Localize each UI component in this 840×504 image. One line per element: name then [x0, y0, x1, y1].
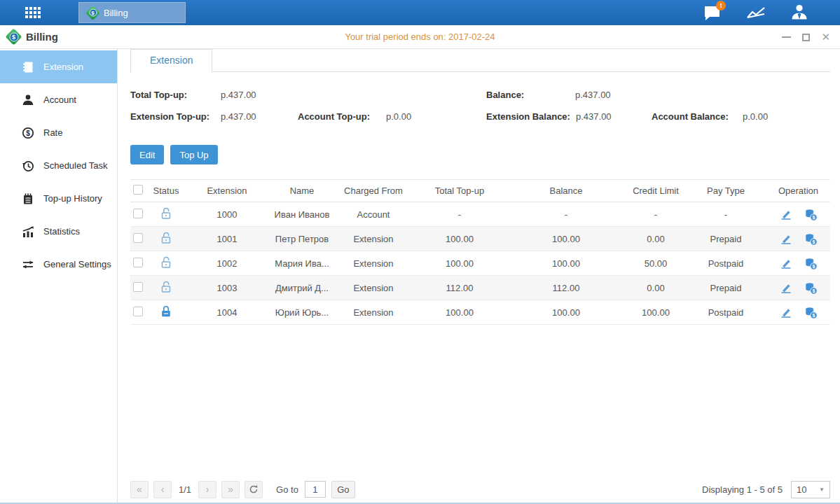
edit-row-icon[interactable] — [780, 208, 792, 220]
tab-strip: Extension — [130, 49, 830, 72]
maximize-button[interactable] — [802, 34, 810, 41]
sidebar: Extension Account $ Rate — [0, 49, 118, 504]
topbar-icon-group: ! — [703, 0, 809, 25]
cell-extension: 1001 — [184, 234, 270, 244]
close-button[interactable]: ✕ — [821, 32, 830, 43]
cell-charged-from: Extension — [333, 283, 413, 293]
sidebar-item-scheduled-task[interactable]: Scheduled Task — [0, 149, 117, 182]
cell-extension: 1000 — [184, 209, 270, 220]
sidebar-item-label: Rate — [43, 127, 62, 138]
cell-total-topup: - — [413, 209, 506, 220]
sidebar-item-label: General Settings — [43, 259, 111, 270]
sidebar-item-extension[interactable]: Extension — [0, 50, 117, 83]
goto-label: Go to — [276, 484, 298, 495]
edit-row-icon[interactable] — [780, 306, 792, 318]
cell-charged-from: Extension — [333, 258, 413, 269]
top-up-button[interactable]: Top Up — [170, 145, 217, 164]
table-row: 1000 Иван Иванов Account - - - - — [130, 202, 830, 227]
desktop-topbar: $ Billing ! — [0, 0, 840, 25]
go-button[interactable]: Go — [331, 481, 355, 498]
balance-value: p.437.00 — [575, 90, 611, 100]
top-up-row-icon[interactable]: $ — [804, 257, 817, 270]
statistics-icon — [22, 225, 34, 238]
cell-pay-type: - — [685, 209, 766, 220]
sidebar-item-topup-history[interactable]: Top-up History — [0, 182, 117, 215]
last-page-button[interactable]: » — [221, 481, 240, 498]
sidebar-item-general-settings[interactable]: General Settings — [0, 248, 117, 281]
window-titlebar: $ Billing Your trial period ends on: 201… — [0, 25, 840, 49]
account-topup-value: p.0.00 — [386, 111, 411, 122]
chevron-down-icon: ▼ — [819, 486, 825, 493]
balance-label: Balance: — [486, 90, 524, 100]
messages-icon[interactable]: ! — [703, 4, 722, 22]
sidebar-item-rate[interactable]: $ Rate — [0, 116, 117, 149]
lock-open-icon — [159, 206, 173, 220]
extension-icon — [22, 61, 34, 74]
top-up-row-icon[interactable]: $ — [804, 306, 817, 318]
taskbar-item-billing[interactable]: $ Billing — [78, 2, 186, 23]
cell-charged-from: Extension — [333, 234, 413, 244]
top-up-row-icon[interactable]: $ — [804, 232, 817, 245]
row-checkbox[interactable] — [133, 258, 143, 267]
top-up-row-icon[interactable]: $ — [804, 208, 817, 220]
extension-topup-value: p.437.00 — [221, 111, 256, 122]
displaying-status: Displaying 1 - 5 of 5 — [702, 484, 783, 495]
billing-app-icon: $ — [88, 8, 98, 18]
billing-app-window: $ Billing ! — [0, 0, 840, 504]
lock-open-icon — [159, 280, 173, 294]
col-charged-from: Charged From — [333, 186, 413, 196]
svg-text:$: $ — [813, 215, 815, 220]
minimize-button[interactable] — [782, 36, 791, 38]
select-all-checkbox[interactable] — [133, 185, 143, 195]
edit-row-icon[interactable] — [780, 281, 792, 294]
edit-row-icon[interactable] — [780, 232, 792, 245]
cell-pay-type: Postpaid — [685, 307, 766, 318]
prev-page-button[interactable]: ‹ — [153, 481, 172, 498]
cell-credit-limit: 0.00 — [626, 234, 685, 244]
cell-pay-type: Prepaid — [685, 234, 766, 244]
cell-name: Мария Ива... — [270, 258, 333, 269]
cell-extension: 1002 — [184, 258, 270, 269]
page-size-select[interactable]: 10 ▼ — [791, 481, 830, 498]
lock-open-icon — [159, 231, 173, 245]
sidebar-item-account[interactable]: Account — [0, 83, 117, 116]
sidebar-item-label: Scheduled Task — [43, 160, 108, 171]
table-row: 1004 Юрий Юрь... Extension 100.00 100.00… — [130, 300, 830, 325]
edit-button[interactable]: Edit — [130, 145, 164, 164]
window-title: Billing — [26, 31, 58, 43]
col-operation: Operation — [766, 186, 830, 196]
row-checkbox[interactable] — [133, 307, 143, 316]
general-settings-icon — [22, 258, 34, 271]
sidebar-item-statistics[interactable]: Statistics — [0, 215, 117, 248]
total-topup-label: Total Top-up: — [130, 90, 187, 100]
app-launcher-grid-icon[interactable] — [25, 7, 41, 22]
cell-credit-limit: - — [626, 209, 685, 220]
cell-balance: 112.00 — [506, 283, 626, 293]
cell-balance: 100.00 — [506, 258, 626, 269]
cell-charged-from: Extension — [333, 307, 413, 318]
goto-page-input[interactable] — [305, 481, 326, 498]
row-checkbox[interactable] — [133, 282, 143, 292]
sidebar-item-label: Account — [43, 94, 76, 105]
scheduled-task-icon — [22, 160, 34, 172]
col-balance: Balance — [506, 186, 626, 196]
row-checkbox[interactable] — [133, 209, 143, 218]
resource-monitor-icon[interactable] — [746, 4, 766, 22]
first-page-button[interactable]: « — [130, 481, 149, 498]
top-up-row-icon[interactable]: $ — [804, 281, 817, 294]
account-balance-value: p.0.00 — [743, 111, 768, 122]
user-account-icon[interactable] — [790, 4, 809, 22]
cell-pay-type: Postpaid — [685, 258, 766, 269]
trial-message: Your trial period ends on: 2017-02-24 — [0, 31, 840, 42]
svg-text:$: $ — [813, 264, 815, 270]
next-page-button[interactable]: › — [198, 481, 216, 498]
edit-row-icon[interactable] — [780, 257, 792, 270]
cell-extension: 1004 — [184, 307, 270, 318]
tab-extension[interactable]: Extension — [130, 49, 212, 72]
cell-credit-limit: 0.00 — [626, 283, 685, 293]
sidebar-item-label: Extension — [43, 62, 83, 72]
total-topup-value: p.437.00 — [221, 90, 256, 100]
refresh-icon[interactable] — [245, 481, 263, 498]
cell-total-topup: 100.00 — [413, 258, 506, 269]
row-checkbox[interactable] — [133, 233, 143, 243]
